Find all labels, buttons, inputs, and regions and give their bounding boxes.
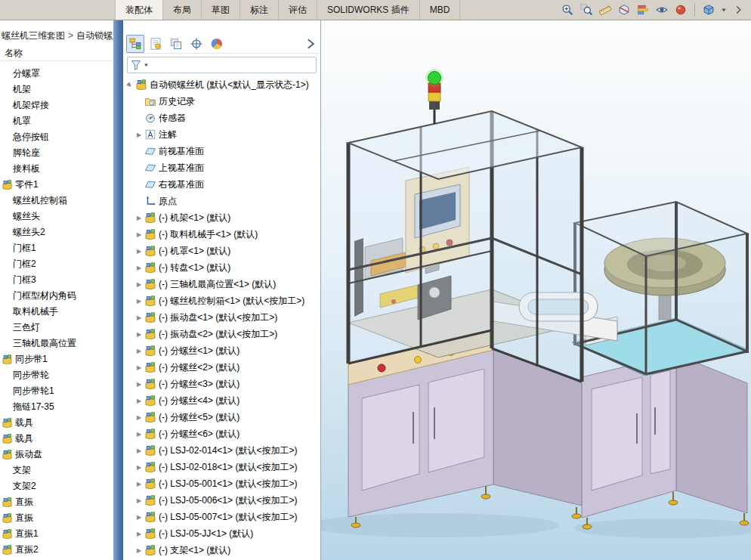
ribbon-tab[interactable]: 布局	[163, 0, 202, 20]
tree-item[interactable]: ▶(-) 机罩<1> (默认)	[123, 243, 320, 259]
component-list-item[interactable]: 螺丝头2	[0, 224, 113, 240]
component-list-item[interactable]: 三轴机最高位置	[0, 336, 113, 351]
component-list-item[interactable]: 急停按钮	[0, 129, 113, 145]
expand-arrow-icon[interactable]: ▶	[134, 379, 144, 388]
dimxpert-tab-icon[interactable]	[187, 35, 206, 53]
appearance-icon[interactable]	[672, 2, 689, 18]
component-list-item[interactable]: 振动盘	[0, 447, 113, 463]
tree-item[interactable]: 传感器	[123, 110, 320, 126]
expand-arrow-icon[interactable]: ▶	[134, 246, 144, 255]
ribbon-tab[interactable]: SOLIDWORKS 插件	[317, 0, 420, 20]
expand-arrow-icon[interactable]: ▶	[134, 479, 144, 488]
panel-collapse-icon[interactable]	[304, 37, 317, 51]
ribbon-tab[interactable]: 评估	[279, 0, 317, 20]
expand-arrow-icon[interactable]: ▶	[134, 296, 144, 305]
zoom-to-fit-icon[interactable]	[559, 2, 576, 18]
component-list-item[interactable]: 直振2	[0, 542, 113, 558]
expand-arrow-icon[interactable]: ▶	[134, 529, 144, 538]
expand-arrow-icon[interactable]: ▶	[134, 496, 144, 505]
tree-item[interactable]: ▶(-) 振动盘<1> (默认<按加工>)	[123, 309, 320, 326]
expand-arrow-icon[interactable]: ▶	[134, 313, 144, 322]
breadcrumb-item[interactable]: 自动锁螺丝机	[76, 29, 113, 42]
tree-item[interactable]: ▶(-) 振动盘<2> (默认<按加工>)	[123, 326, 320, 342]
tree-item[interactable]: ▶(-) 分螺丝<5> (默认)	[123, 409, 320, 425]
expand-arrow-icon[interactable]: ▶	[134, 263, 144, 272]
ribbon-tab[interactable]: 装配体	[115, 0, 163, 20]
tree-item[interactable]: 原点	[123, 193, 320, 209]
component-list-item[interactable]: 分螺罩	[0, 66, 113, 82]
expand-arrow-icon[interactable]: ▶	[134, 396, 144, 405]
breadcrumb-item[interactable]: 螺丝机三维套图	[2, 29, 65, 42]
tree-item[interactable]: ▶(-) 支架<1> (默认)	[123, 542, 320, 558]
filter-funnel-icon[interactable]	[130, 59, 142, 71]
tree-item[interactable]: ▶(-) 螺丝机控制箱<1> (默认<按加工>)	[123, 292, 320, 309]
expand-arrow-icon[interactable]: ▶	[134, 213, 144, 222]
expand-arrow-icon[interactable]: ▶	[134, 346, 144, 355]
tree-item[interactable]: ▶(-) 取料机械手<1> (默认)	[123, 226, 320, 243]
ribbon-tab[interactable]: MBD	[420, 0, 461, 20]
component-list-item[interactable]: 载具	[0, 431, 113, 447]
tree-item[interactable]: ▶(-) 三轴机最高位置<1> (默认)	[123, 276, 320, 292]
tree-item[interactable]: ▶(-) LSJ-05-JJ<1> (默认)	[123, 525, 320, 542]
dropdown-caret-icon[interactable]	[719, 2, 728, 18]
expand-arrow-icon[interactable]: ▶	[134, 446, 144, 455]
tree-item[interactable]: ▶(-) LSJ-05-006<1> (默认<按加工>)	[123, 492, 320, 509]
expand-arrow-icon[interactable]: ▶	[124, 79, 137, 91]
component-list-item[interactable]: 直振	[0, 494, 113, 510]
component-list-item[interactable]: 支架	[0, 463, 113, 478]
tree-item[interactable]: ▶(-) 分螺丝<4> (默认)	[123, 392, 320, 409]
component-list-item[interactable]: 拖链17-35	[0, 399, 113, 415]
expand-arrow-icon[interactable]: ▶	[134, 230, 144, 239]
component-list-item[interactable]: 直振1	[0, 526, 113, 542]
component-list-item[interactable]: 载具	[0, 415, 113, 431]
expand-arrow-icon[interactable]: ▶	[134, 413, 144, 422]
component-list-item[interactable]: 机架焊接	[0, 97, 113, 113]
component-list-item[interactable]: 机罩	[0, 113, 113, 129]
zoom-to-area-icon[interactable]	[578, 2, 595, 18]
tree-item[interactable]: 右视基准面	[123, 176, 320, 193]
tree-item[interactable]: ▶注解	[123, 126, 320, 143]
tree-item[interactable]: ▶(-) 转盘<1> (默认)	[123, 259, 320, 276]
displaymanager-tab-icon[interactable]	[208, 35, 226, 53]
filter-input[interactable]	[150, 57, 314, 73]
component-list-item[interactable]: 三色灯	[0, 320, 113, 336]
ribbon-tab[interactable]: 草图	[202, 0, 240, 20]
component-list-item[interactable]: 门框2	[0, 256, 113, 272]
hide-show-icon[interactable]	[654, 2, 670, 18]
tree-item[interactable]: ▶(-) 分螺丝<6> (默认)	[123, 425, 320, 442]
tree-item[interactable]: ▶(-) 分螺丝<2> (默认)	[123, 359, 320, 376]
tree-item[interactable]: ▶(-) LSJ-05-007<1> (默认<按加工>)	[123, 509, 320, 525]
component-list-item[interactable]: 同步带轮1	[0, 383, 113, 399]
component-list-item[interactable]: 机架	[0, 82, 113, 97]
component-list-item[interactable]: 同步带轮	[0, 367, 113, 383]
expand-arrow-icon[interactable]: ▶	[134, 429, 144, 438]
component-list-item[interactable]: 螺丝头	[0, 209, 113, 224]
component-list-item[interactable]: 支架2	[0, 478, 113, 494]
component-list-item[interactable]: 零件1	[0, 177, 113, 193]
filter-bar[interactable]	[127, 57, 317, 73]
component-list-item[interactable]: 螺丝机控制箱	[0, 193, 113, 209]
name-column-header[interactable]: 名称	[0, 45, 113, 61]
component-list-item[interactable]: 门框型材内角码	[0, 288, 113, 304]
assembly-visualization-icon[interactable]	[635, 2, 651, 18]
component-list-item[interactable]: 同步带1	[0, 351, 113, 367]
expand-arrow-icon[interactable]: ▶	[134, 330, 144, 339]
propertymanager-tab-icon[interactable]	[147, 35, 165, 53]
expand-arrow-icon[interactable]: ▶	[134, 512, 144, 521]
tree-root-item[interactable]: ▶自动锁螺丝机 (默认<默认_显示状态-1>)	[123, 76, 320, 93]
configurationmanager-tab-icon[interactable]	[167, 35, 185, 53]
component-list-item[interactable]: 脚轮座	[0, 145, 113, 161]
component-list-item[interactable]: 接料板	[0, 161, 113, 177]
component-list-item[interactable]: 门框1	[0, 240, 113, 256]
model-3d-view[interactable]	[321, 20, 751, 560]
tree-item[interactable]: ▶(-) 分螺丝<3> (默认)	[123, 376, 320, 392]
tree-item[interactable]: ▶(-) LSJ-02-014<1> (默认<按加工>)	[123, 442, 320, 459]
measure-icon[interactable]	[597, 2, 613, 18]
filter-dropdown-caret-icon[interactable]	[143, 60, 150, 70]
tree-item[interactable]: 历史记录	[123, 93, 320, 110]
component-list-item[interactable]: 取料机械手	[0, 304, 113, 320]
panel-splitter[interactable]	[113, 20, 123, 560]
tree-item[interactable]: ▶(-) LSJ-05-001<1> (默认<按加工>)	[123, 475, 320, 492]
expand-toolbar-icon[interactable]	[731, 2, 747, 18]
tree-item[interactable]: ▶(-) 分螺丝<1> (默认)	[123, 342, 320, 359]
